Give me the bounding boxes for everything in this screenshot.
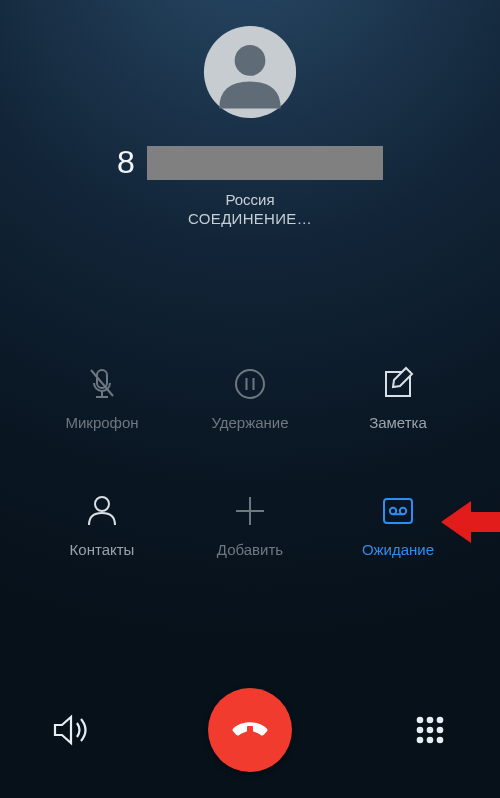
hold-label: Удержание: [211, 414, 288, 431]
number-redacted: [147, 146, 383, 180]
recorder-icon: [378, 491, 418, 531]
dialpad-button[interactable]: [408, 708, 452, 752]
svg-point-21: [427, 737, 434, 744]
svg-point-1: [235, 45, 266, 76]
svg-point-15: [427, 717, 434, 724]
number-prefix: 8: [117, 144, 135, 181]
svg-point-17: [417, 727, 424, 734]
end-call-button[interactable]: [208, 688, 292, 772]
svg-marker-23: [441, 501, 500, 543]
svg-point-8: [95, 497, 109, 511]
phone-hangup-icon: [229, 707, 271, 753]
call-status: СОЕДИНЕНИЕ…: [0, 210, 500, 227]
call-info: 8 Россия СОЕДИНЕНИЕ…: [0, 24, 500, 227]
action-grid: Микрофон Удержание Заметка Конта: [0, 364, 500, 558]
svg-point-19: [437, 727, 444, 734]
contact-icon: [82, 491, 122, 531]
svg-point-5: [236, 370, 264, 398]
hold-button[interactable]: Удержание: [176, 364, 324, 431]
annotation-arrow: [441, 499, 500, 545]
note-edit-icon: [378, 364, 418, 404]
add-call-label: Добавить: [217, 541, 283, 558]
avatar: [202, 24, 298, 120]
microphone-off-icon: [82, 364, 122, 404]
arrow-left-icon: [441, 499, 500, 545]
speaker-icon: [48, 708, 92, 752]
svg-point-22: [437, 737, 444, 744]
call-waiting-label: Ожидание: [362, 541, 434, 558]
svg-point-16: [437, 717, 444, 724]
dialpad-icon: [408, 708, 452, 752]
contacts-button[interactable]: Контакты: [28, 491, 176, 558]
phone-number-row: 8: [0, 144, 500, 181]
svg-point-20: [417, 737, 424, 744]
add-call-button[interactable]: Добавить: [176, 491, 324, 558]
country-label: Россия: [0, 191, 500, 208]
svg-point-18: [427, 727, 434, 734]
mute-button[interactable]: Микрофон: [28, 364, 176, 431]
bottom-bar: [0, 688, 500, 772]
svg-point-14: [417, 717, 424, 724]
svg-rect-11: [384, 499, 412, 523]
note-button[interactable]: Заметка: [324, 364, 472, 431]
mute-label: Микрофон: [65, 414, 138, 431]
speaker-button[interactable]: [48, 708, 92, 752]
contacts-label: Контакты: [70, 541, 135, 558]
note-label: Заметка: [369, 414, 427, 431]
pause-circle-icon: [230, 364, 270, 404]
plus-icon: [230, 491, 270, 531]
